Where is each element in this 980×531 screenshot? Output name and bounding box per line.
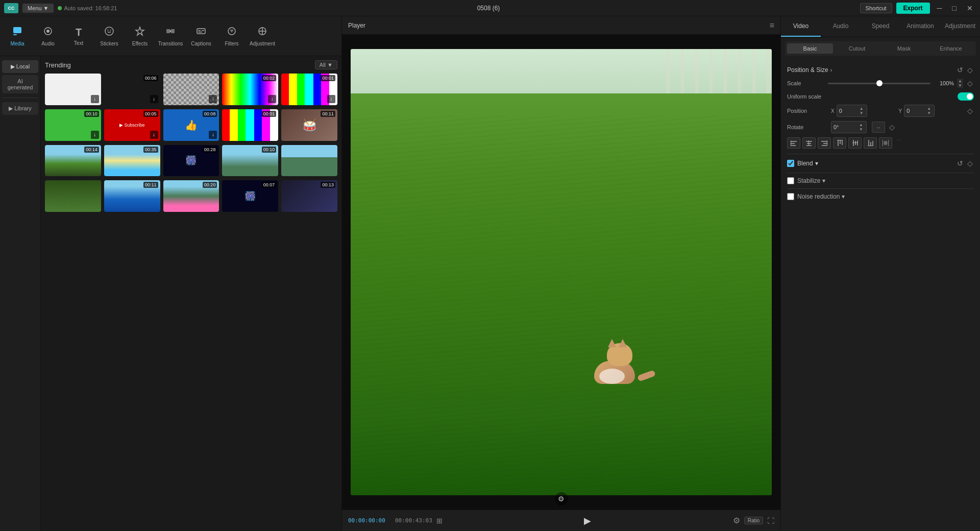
keyframe-scale-btn[interactable]: ◇: [966, 78, 974, 88]
media-thumb-6[interactable]: 00:10 ↓: [45, 109, 101, 141]
media-thumb-5[interactable]: 00:01 ↓: [281, 74, 337, 105]
player-label: Player: [348, 22, 365, 29]
menu-button[interactable]: Menu ▼: [22, 4, 54, 13]
library-btn[interactable]: ▶ Library: [2, 102, 38, 115]
media-thumb-3[interactable]: ↓: [163, 74, 219, 105]
maximize-button[interactable]: □: [949, 3, 960, 13]
close-button[interactable]: ✕: [964, 3, 976, 13]
subtab-basic[interactable]: Basic: [787, 43, 833, 54]
media-thumb-17[interactable]: 00:11: [104, 180, 160, 212]
align-bottom-btn[interactable]: [864, 137, 877, 149]
tab-audio[interactable]: Audio: [821, 16, 861, 37]
download-icon-5[interactable]: ↓: [327, 95, 335, 103]
download-icon-4[interactable]: ↓: [268, 95, 276, 103]
filters-label: Filters: [225, 41, 238, 46]
media-thumb-4[interactable]: 00:02 ↓: [222, 74, 278, 105]
media-thumb-19[interactable]: 00:07 🎆: [222, 180, 278, 212]
subtab-enhance[interactable]: Enhance: [928, 43, 974, 54]
download-icon-8[interactable]: ↓: [209, 131, 217, 139]
tool-effects[interactable]: Effects: [125, 18, 155, 54]
media-thumb-13[interactable]: 00:28 🎆: [163, 145, 219, 177]
media-thumb-18[interactable]: 00:20: [163, 180, 219, 212]
media-thumb-9[interactable]: 00:01: [222, 109, 278, 141]
grid-icon[interactable]: ⊞: [436, 517, 443, 525]
trending-label: Trending: [45, 61, 71, 69]
media-thumb-12[interactable]: 00:35: [104, 145, 160, 177]
keyframe-rotate-btn[interactable]: ◇: [888, 122, 896, 132]
expand-icon: ›: [830, 67, 832, 73]
tool-text[interactable]: T Text: [63, 18, 94, 54]
scale-up-btn[interactable]: ▲: [957, 79, 963, 83]
minimize-button[interactable]: ─: [934, 3, 945, 13]
tool-audio[interactable]: Audio: [33, 18, 63, 54]
media-thumb-7[interactable]: 00:05 ▶ Subscribe ↓: [104, 109, 160, 141]
media-thumb-1[interactable]: ↓: [45, 74, 101, 105]
rotate-down-btn[interactable]: ▼: [858, 127, 864, 132]
download-icon-3[interactable]: ↓: [209, 95, 217, 103]
stabilize-checkbox[interactable]: [787, 177, 794, 184]
download-icon-6[interactable]: ↓: [91, 131, 99, 139]
media-thumb-14[interactable]: 00:10: [222, 145, 278, 177]
y-input[interactable]: 0 ▲ ▼: [904, 105, 935, 117]
media-thumb-15[interactable]: [281, 145, 337, 177]
tool-captions[interactable]: Captions: [186, 18, 216, 54]
local-btn[interactable]: ▶ Local: [2, 60, 38, 73]
export-button[interactable]: Export: [896, 3, 930, 14]
tab-video[interactable]: Video: [781, 16, 821, 37]
media-thumb-20[interactable]: 00:13: [281, 180, 337, 212]
tool-stickers[interactable]: Stickers: [94, 18, 125, 54]
media-thumb-10[interactable]: 00:11 🥁: [281, 109, 337, 141]
rotate-input[interactable]: 0° ▲ ▼: [831, 121, 867, 133]
ai-generated-btn[interactable]: AI generated: [2, 75, 38, 93]
tool-media[interactable]: Media: [2, 18, 33, 54]
media-thumb-8[interactable]: 00:08 👍 ↓: [163, 109, 219, 141]
player-view[interactable]: ⚙: [342, 35, 780, 510]
keyframe-position-btn[interactable]: ◇: [966, 65, 974, 75]
media-thumb-2[interactable]: 00:06 ↓: [104, 74, 160, 105]
subtab-mask[interactable]: Mask: [881, 43, 927, 54]
tool-adjustment[interactable]: Adjustment: [247, 18, 278, 54]
play-button[interactable]: ▶: [584, 515, 591, 526]
subtab-cutout[interactable]: Cutout: [834, 43, 880, 54]
distribute-btn[interactable]: [879, 137, 892, 149]
filter-button[interactable]: All ▼: [315, 60, 337, 69]
rotate-up-btn[interactable]: ▲: [858, 123, 864, 127]
x-up-btn[interactable]: ▲: [859, 106, 865, 111]
tab-animation[interactable]: Animation: [900, 16, 940, 37]
keyframe-blend-btn[interactable]: ◇: [966, 158, 974, 168]
x-input[interactable]: 0 ▲ ▼: [837, 105, 867, 117]
scale-slider[interactable]: [828, 83, 930, 84]
align-left-btn[interactable]: [787, 137, 800, 149]
settings-overlay-icon[interactable]: ⚙: [555, 492, 568, 505]
y-up-btn[interactable]: ▲: [926, 106, 932, 111]
download-icon-1[interactable]: ↓: [91, 95, 99, 103]
download-icon-2[interactable]: ↓: [150, 95, 158, 103]
x-down-btn[interactable]: ▼: [859, 111, 865, 115]
reset-blend-btn[interactable]: ↺: [956, 158, 964, 168]
media-thumb-16[interactable]: [45, 180, 101, 212]
player-menu-icon[interactable]: ≡: [770, 21, 774, 30]
fullscreen-button[interactable]: ⛶: [767, 517, 774, 525]
tool-transitions[interactable]: Transitions: [155, 18, 186, 54]
uniform-scale-toggle[interactable]: [958, 92, 974, 101]
reset-position-btn[interactable]: ↺: [956, 65, 964, 75]
player-settings-icon[interactable]: ⚙: [733, 516, 740, 525]
flip-h-btn[interactable]: ↔: [872, 122, 885, 133]
align-top-btn[interactable]: [833, 137, 846, 149]
align-right-btn[interactable]: [818, 137, 831, 149]
like-icon: 👍: [185, 119, 198, 131]
media-thumb-11[interactable]: 00:14: [45, 145, 101, 177]
y-down-btn[interactable]: ▼: [926, 111, 932, 115]
noise-checkbox[interactable]: [787, 193, 794, 200]
scale-down-btn[interactable]: ▼: [957, 83, 963, 88]
tab-adjustment[interactable]: Adjustment: [940, 16, 980, 37]
ratio-button[interactable]: Ratio: [744, 517, 763, 524]
shortcut-button[interactable]: Shortcut: [860, 3, 892, 13]
tab-speed[interactable]: Speed: [861, 16, 900, 37]
tool-filters[interactable]: Filters: [216, 18, 247, 54]
align-center-h-btn[interactable]: [802, 137, 816, 149]
blend-checkbox[interactable]: [787, 160, 794, 167]
download-icon-7[interactable]: ↓: [150, 131, 158, 139]
align-center-v-btn[interactable]: [848, 137, 862, 149]
keyframe-position-xy-btn[interactable]: ◇: [966, 106, 974, 116]
